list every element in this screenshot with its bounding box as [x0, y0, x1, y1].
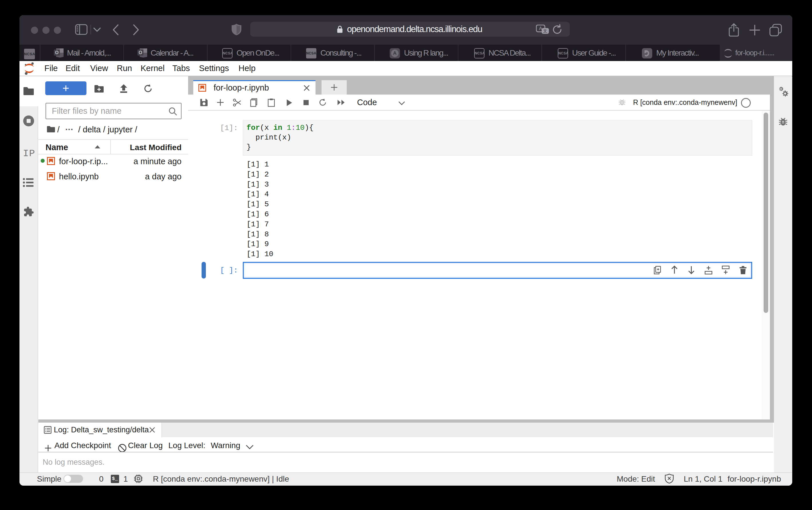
svg-text:文: 文: [543, 29, 547, 33]
